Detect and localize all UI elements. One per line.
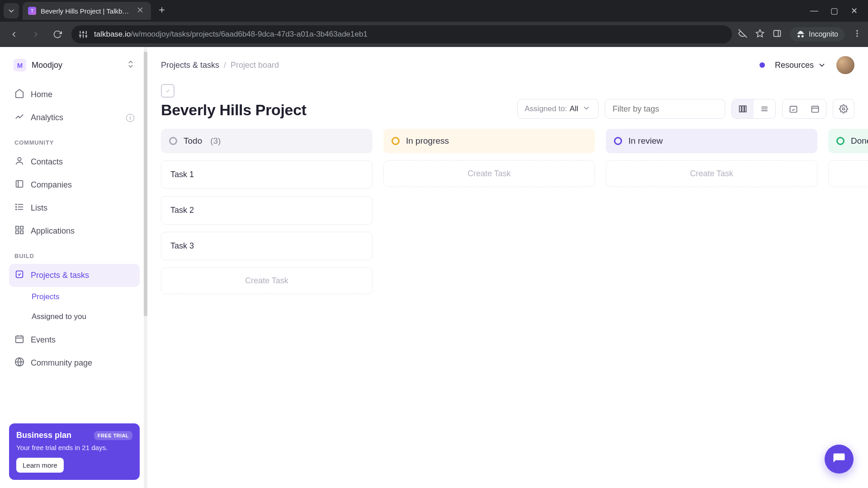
svg-rect-15: [774, 30, 781, 36]
topbar: Projects & tasks / Project board Resourc…: [152, 47, 868, 79]
svg-rect-21: [16, 181, 23, 188]
create-task-button[interactable]: Create Task: [383, 160, 595, 187]
board-header: Beverly Hills Project Assigned to: All: [152, 79, 868, 129]
svg-point-28: [16, 209, 17, 210]
globe-icon: [14, 357, 24, 369]
forward-button[interactable]: [28, 27, 43, 42]
companies-icon: [14, 179, 24, 191]
back-button[interactable]: [6, 27, 22, 42]
sidebar-item-home[interactable]: Home: [9, 83, 140, 106]
promo-title: Business plan: [16, 431, 71, 440]
calendar-check-button[interactable]: [783, 99, 804, 118]
avatar[interactable]: [836, 56, 854, 74]
sidebar-item-projects-tasks[interactable]: Projects & tasks: [9, 264, 140, 287]
sidebar-item-contacts[interactable]: Contacts: [9, 150, 140, 174]
tab-bar: T Beverly Hills Project | Talkbase. — ▢ …: [0, 0, 868, 22]
sidebar-item-community-page[interactable]: Community page: [9, 352, 140, 375]
site-settings-icon[interactable]: [79, 30, 88, 39]
svg-rect-31: [20, 231, 23, 234]
column-in-progress: In progress Create Task: [383, 129, 595, 484]
filter-tags-input[interactable]: [605, 99, 725, 119]
task-card[interactable]: Task 1: [161, 160, 373, 189]
chevron-down-icon: [582, 103, 591, 115]
calendar-button[interactable]: [804, 99, 826, 118]
column-in-review: In review Create Task: [606, 129, 817, 484]
chrome-menu-icon[interactable]: [853, 29, 862, 40]
incognito-chip[interactable]: Incognito: [790, 27, 844, 42]
promo-subtitle: Your free trial ends in 21 days.: [16, 444, 132, 451]
learn-more-button[interactable]: Learn more: [16, 458, 64, 473]
sidebar-item-applications[interactable]: Applications: [9, 220, 140, 243]
view-toggle: [731, 99, 776, 119]
sidebar-scrollbar[interactable]: [144, 47, 147, 488]
resources-label: Resources: [775, 61, 814, 70]
assigned-filter[interactable]: Assigned to: All: [517, 99, 599, 119]
breadcrumb-root[interactable]: Projects & tasks: [161, 61, 219, 70]
create-task-button[interactable]: Create Task: [828, 160, 868, 187]
view-list-button[interactable]: [754, 99, 775, 118]
subnav-item-projects[interactable]: Projects: [27, 289, 140, 305]
workspace-switcher[interactable]: M Moodjoy: [9, 55, 140, 75]
workspace-name: Moodjoy: [32, 61, 121, 70]
column-title: Todo: [184, 136, 202, 146]
svg-rect-29: [16, 226, 19, 229]
task-card[interactable]: Task 3: [161, 232, 373, 260]
minimize-button[interactable]: —: [809, 6, 819, 16]
svg-point-26: [16, 204, 17, 205]
column-header-in-review[interactable]: In review: [606, 129, 817, 153]
board-columns[interactable]: Todo (3) Task 1 Task 2 Task 3 Create Tas…: [152, 129, 868, 484]
sidebar-item-analytics[interactable]: Analytics i: [9, 106, 140, 129]
svg-rect-41: [742, 106, 744, 112]
create-task-button[interactable]: Create Task: [606, 160, 817, 187]
info-icon[interactable]: i: [126, 114, 134, 122]
svg-point-17: [856, 30, 858, 32]
sidebar-item-lists[interactable]: Lists: [9, 197, 140, 220]
url-field[interactable]: talkbase.io/w/moodjoy/tasks/projects/6aa…: [71, 25, 732, 43]
reload-button[interactable]: [50, 27, 65, 42]
section-label-build: BUILD: [9, 243, 140, 264]
chat-fab[interactable]: [825, 445, 854, 474]
svg-point-18: [856, 33, 858, 34]
incognito-icon: [796, 30, 805, 39]
url-text: talkbase.io/w/moodjoy/tasks/projects/6aa…: [94, 30, 725, 39]
svg-rect-42: [745, 106, 746, 112]
favicon-icon: T: [28, 7, 36, 15]
column-title: In progress: [406, 136, 449, 146]
board-icon[interactable]: [161, 84, 175, 98]
subnav-item-assigned[interactable]: Assigned to you: [27, 309, 140, 325]
tasks-icon: [14, 269, 24, 282]
eye-off-icon[interactable]: [738, 29, 747, 40]
tab-title: Beverly Hills Project | Talkbase.: [41, 7, 131, 15]
contacts-icon: [14, 156, 24, 168]
settings-button[interactable]: [833, 99, 854, 119]
close-tab-icon[interactable]: [136, 5, 145, 16]
sidebar-item-label: Home: [31, 90, 52, 99]
create-task-button[interactable]: Create Task: [161, 267, 373, 294]
maximize-button[interactable]: ▢: [829, 6, 839, 16]
svg-rect-34: [16, 336, 24, 343]
sub-nav: Projects Assigned to you: [9, 289, 140, 325]
sidebar-item-label: Community page: [31, 358, 92, 368]
sidebar-item-label: Applications: [31, 226, 75, 236]
column-done: Done Create Task: [828, 129, 868, 484]
address-bar: talkbase.io/w/moodjoy/tasks/projects/6aa…: [0, 22, 868, 47]
column-header-done[interactable]: Done: [828, 129, 868, 153]
resources-button[interactable]: Resources: [775, 61, 826, 70]
close-window-button[interactable]: ✕: [849, 6, 859, 16]
column-header-todo[interactable]: Todo (3): [161, 129, 373, 153]
new-tab-button[interactable]: [155, 3, 169, 19]
view-board-button[interactable]: [732, 99, 754, 118]
column-header-in-progress[interactable]: In progress: [383, 129, 595, 153]
bookmark-star-icon[interactable]: [755, 29, 764, 40]
task-card[interactable]: Task 2: [161, 196, 373, 225]
events-icon: [14, 334, 24, 346]
sidebar-item-label: Companies: [31, 180, 72, 190]
sidebar-item-label: Contacts: [31, 157, 63, 167]
sidebar-item-companies[interactable]: Companies: [9, 174, 140, 197]
tab-list-button[interactable]: [4, 3, 19, 19]
home-icon: [14, 89, 24, 101]
svg-rect-40: [740, 106, 741, 112]
browser-tab[interactable]: T Beverly Hills Project | Talkbase.: [23, 2, 151, 20]
sidebar-item-events[interactable]: Events: [9, 328, 140, 352]
panel-icon[interactable]: [773, 29, 782, 40]
